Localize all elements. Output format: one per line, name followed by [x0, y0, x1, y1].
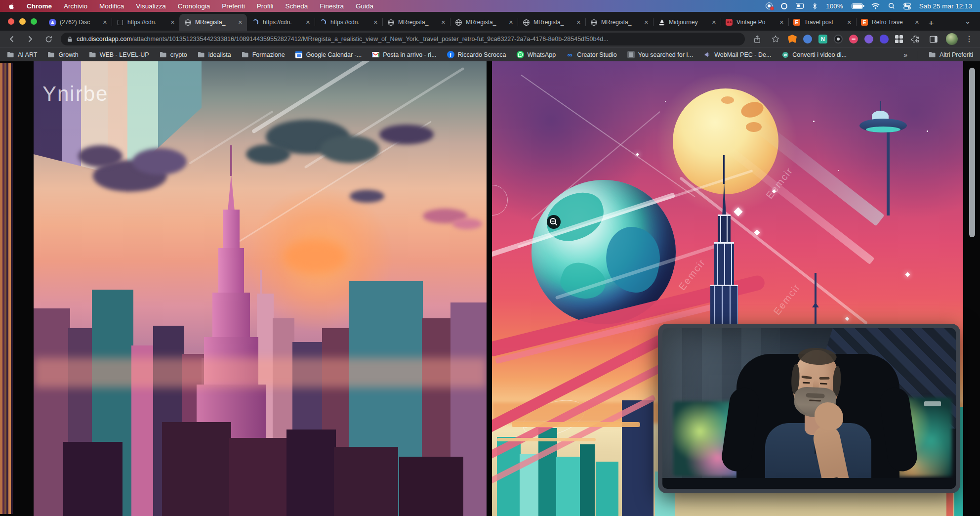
- back-button[interactable]: [6, 33, 18, 45]
- grid-extension-icon[interactable]: [895, 35, 903, 43]
- blue-extension-icon[interactable]: [803, 35, 812, 43]
- tab-close-icon[interactable]: ✕: [509, 19, 513, 26]
- n-extension-icon[interactable]: N: [818, 35, 827, 43]
- midjourney-sailboat-favicon: [657, 18, 665, 26]
- menubar-clock[interactable]: Sab 25 mar 12:13: [919, 2, 972, 10]
- tab-close-icon[interactable]: ✕: [576, 19, 581, 26]
- tab-cdn-3[interactable]: https://cdn. ✕: [315, 14, 382, 31]
- tab-search-chevron[interactable]: ⌄: [960, 14, 975, 29]
- bookmarks-overflow-chevron[interactable]: »: [903, 51, 907, 59]
- tab-close-icon[interactable]: ✕: [779, 19, 784, 26]
- battery-icon: [852, 3, 863, 9]
- bookmark-you-searched[interactable]: You searched for I...: [627, 51, 693, 58]
- control-center-icon[interactable]: [903, 2, 911, 10]
- tab-label: Midjourney: [669, 19, 708, 26]
- tab-close-icon[interactable]: ✕: [103, 19, 107, 26]
- bookmark-facebook-profile[interactable]: f Riccardo Scrocca: [447, 51, 506, 58]
- tab-close-icon[interactable]: ✕: [441, 19, 446, 26]
- bookmark-whatsapp[interactable]: WhatsApp: [517, 51, 556, 58]
- menu-guida[interactable]: Guida: [356, 2, 373, 10]
- tab-close-icon[interactable]: ✕: [847, 19, 852, 26]
- bookmark-google-calendar[interactable]: Google Calendar -...: [295, 51, 362, 58]
- spotlight-search-icon[interactable]: [888, 2, 895, 9]
- extensions-puzzle-icon[interactable]: [909, 33, 921, 45]
- menu-chrome[interactable]: Chrome: [27, 2, 52, 10]
- bookmark-folder-growth[interactable]: Growth: [47, 51, 78, 58]
- bookmark-other-favorites[interactable]: Altri Preferiti: [929, 51, 973, 58]
- tab-etsy-travel-posters[interactable]: E Travel post ✕: [788, 14, 856, 31]
- tab-close-icon[interactable]: ✕: [238, 19, 243, 26]
- page-scrollbar-thumb[interactable]: [969, 68, 975, 237]
- folder-icon: [47, 51, 55, 58]
- forward-button[interactable]: [24, 33, 36, 45]
- tab-mrregista-2[interactable]: MRregista_ ✕: [382, 14, 450, 31]
- chrome-menu-icon[interactable]: ⋮: [964, 35, 974, 43]
- bookmark-folder-web-level-up[interactable]: WEB - LEVEL-UP: [89, 51, 149, 58]
- tab-mrregista-4[interactable]: MRregista_ ✕: [518, 14, 585, 31]
- menu-modifica[interactable]: Modifica: [99, 2, 124, 10]
- tab-close-icon[interactable]: ✕: [915, 19, 919, 26]
- display-icon[interactable]: [796, 3, 804, 9]
- bookmark-star-icon[interactable]: [770, 33, 781, 45]
- bookmark-label: WebMail PEC - De...: [714, 51, 771, 58]
- tab-cdn-1[interactable]: https://cdn. ✕: [112, 14, 179, 31]
- indigo-extension-icon[interactable]: [880, 35, 889, 43]
- bookmark-label: Creator Studio: [577, 51, 617, 58]
- tab-mrregista-3[interactable]: MRregista_ ✕: [450, 14, 518, 31]
- wifi-icon[interactable]: [871, 3, 880, 9]
- share-icon[interactable]: [751, 33, 763, 45]
- tab-midjourney[interactable]: Midjourney ✕: [653, 14, 721, 31]
- menu-visualizza[interactable]: Visualizza: [136, 2, 166, 10]
- bookmark-webmail-pec[interactable]: WebMail PEC - De...: [703, 51, 771, 58]
- bookmark-video-converter[interactable]: Converti i video di...: [781, 51, 847, 58]
- apple-menu-icon[interactable]: [8, 2, 15, 10]
- tab-close-icon[interactable]: ✕: [712, 19, 716, 26]
- tab-close-icon[interactable]: ✕: [170, 19, 175, 26]
- menu-preferiti[interactable]: Preferiti: [222, 2, 245, 10]
- tab-close-icon[interactable]: ✕: [644, 19, 649, 26]
- left-travel-poster-image[interactable]: Ynirbe: [34, 61, 487, 516]
- bookmark-folder-ai-art[interactable]: AI ART: [7, 51, 37, 58]
- bookmarks-bar: AI ART Growth WEB - LEVEL-UP crypto idea…: [0, 47, 980, 61]
- tab-close-icon[interactable]: ✕: [306, 19, 310, 26]
- address-bar[interactable]: cdn.discordapp.com/attachments/101351233…: [61, 33, 745, 45]
- gmail-icon: [372, 51, 379, 58]
- tab-close-icon[interactable]: ✕: [373, 19, 378, 26]
- chrome-tab-bar: (2762) Disc ✕ https://cdn. ✕ MRregista_ …: [0, 12, 980, 31]
- menu-scheda[interactable]: Scheda: [285, 2, 308, 10]
- bookmark-folder-formazione[interactable]: Formazione: [242, 51, 285, 58]
- bookmark-folder-crypto[interactable]: crypto: [160, 51, 187, 58]
- screen-recording-icon[interactable]: [766, 2, 773, 9]
- status-ring-icon[interactable]: [781, 3, 787, 9]
- bookmark-creator-studio[interactable]: ∞ Creator Studio: [566, 51, 617, 58]
- dark-extension-icon[interactable]: [834, 35, 843, 43]
- close-window-button[interactable]: [8, 18, 14, 25]
- tab-mrregista-5[interactable]: MRregista_ ✕: [585, 14, 653, 31]
- side-panel-icon[interactable]: [928, 33, 939, 45]
- bookmark-folder-idealista[interactable]: idealista: [198, 51, 231, 58]
- minimize-window-button[interactable]: [19, 18, 26, 25]
- bookmark-gmail-inbox[interactable]: Posta in arrivo - ri...: [372, 51, 436, 58]
- bookmark-label: You searched for I...: [638, 51, 693, 58]
- zoom-window-button[interactable]: [31, 18, 37, 25]
- tab-etsy-retro-travel[interactable]: E Retro Trave ✕: [856, 14, 924, 31]
- etsy-favicon: E: [860, 18, 868, 26]
- menu-finestra[interactable]: Finestra: [320, 2, 344, 10]
- tab-discord[interactable]: (2762) Disc ✕: [44, 14, 112, 31]
- menu-cronologia[interactable]: Cronologia: [178, 2, 210, 10]
- purple-extension-icon[interactable]: [864, 35, 873, 43]
- folder-icon: [242, 51, 249, 58]
- password-extension-icon[interactable]: [849, 35, 858, 43]
- profile-avatar[interactable]: [946, 33, 958, 45]
- tab-cdn-2[interactable]: https://cdn. ✕: [247, 14, 315, 31]
- bluetooth-icon[interactable]: [812, 2, 817, 10]
- new-tab-button[interactable]: +: [924, 16, 939, 31]
- menu-profili[interactable]: Profili: [257, 2, 274, 10]
- menu-archivio[interactable]: Archivio: [64, 2, 87, 10]
- etsy-favicon: E: [793, 18, 801, 26]
- tab-vintage-posters[interactable]: Vintage Po ✕: [721, 14, 788, 31]
- metamask-extension-icon[interactable]: [788, 35, 797, 43]
- tab-mrregista-active[interactable]: MRregista_ ✕: [179, 14, 247, 31]
- loading-spinner-icon: [251, 18, 259, 26]
- reload-button[interactable]: [42, 33, 54, 45]
